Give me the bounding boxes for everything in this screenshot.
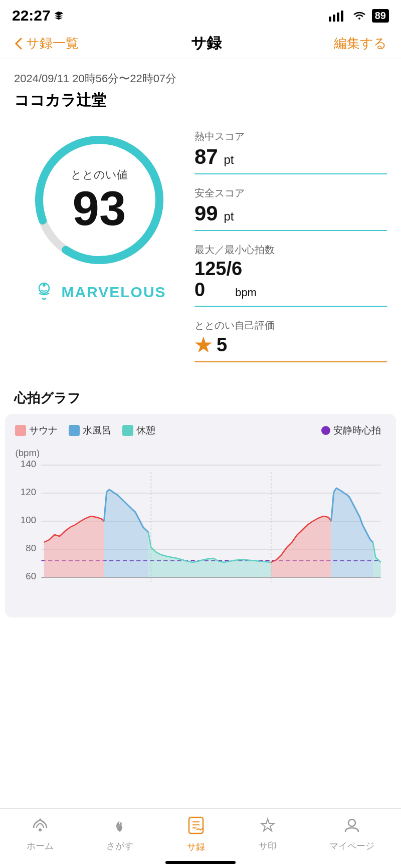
svg-text:100: 100	[21, 515, 36, 525]
self-eval-label: ととのい自己評価	[194, 319, 387, 332]
hr-max-value: 125/6	[194, 259, 387, 280]
sauna-legend-color	[15, 425, 26, 436]
graph-container: サウナ 水風呂 休憩 安静時心拍 (bpm)	[5, 414, 396, 617]
tab-bar: ホーム さがす サ録	[0, 808, 401, 868]
tab-mypage[interactable]: マイページ	[329, 817, 374, 852]
home-icon	[32, 817, 49, 838]
chart-svg: (bpm) 140 120 100 80 60	[10, 447, 386, 607]
graph-legend: サウナ 水風呂 休憩 安静時心拍	[10, 424, 386, 437]
ansei-legend-color	[321, 426, 330, 435]
status-bar: 22:27 89	[0, 0, 401, 28]
tab-home-label: ホーム	[27, 840, 54, 852]
home-indicator	[165, 861, 236, 864]
ansei-legend-label: 安静時心拍	[333, 424, 381, 437]
circle-gauge: ととのい値 93	[24, 125, 174, 275]
svg-marker-25	[261, 819, 274, 831]
nav-title: サ録	[191, 33, 222, 54]
svg-point-26	[348, 819, 355, 826]
legend-mizu: 水風呂	[69, 424, 111, 437]
battery: 89	[372, 9, 389, 23]
mypage-icon	[343, 817, 360, 838]
edit-button[interactable]: 編集する	[334, 35, 387, 52]
record-datetime: 2024/09/11 20時56分〜22時07分	[14, 71, 387, 86]
tab-home[interactable]: ホーム	[27, 817, 54, 852]
chart-area: (bpm) 140 120 100 80 60	[10, 447, 386, 607]
tab-search[interactable]: さがす	[106, 817, 133, 852]
hr-min-value: 0	[194, 280, 205, 301]
circle-value: 93	[71, 184, 128, 233]
tab-search-label: さがす	[106, 840, 133, 852]
marvelous-text: MARVELOUS	[61, 284, 166, 301]
sauna-legend-label: サウナ	[29, 424, 58, 437]
score-section: ととのい値 93 MARVELOUS 熱中スコア	[14, 125, 387, 374]
self-eval-item: ととのい自己評価 ★ 5	[194, 319, 387, 362]
salog-icon	[186, 816, 206, 839]
safe-score-value: 99 pt	[194, 202, 387, 225]
back-button[interactable]: サ録一覧	[14, 35, 79, 52]
svg-rect-0	[329, 17, 331, 22]
tab-samark[interactable]: サ印	[259, 817, 277, 852]
svg-text:80: 80	[26, 543, 36, 553]
right-scores: 熱中スコア 87 pt 安全スコア 99 pt 最大／最小心拍数 125/6	[194, 125, 387, 374]
star-icon: ★	[194, 334, 212, 356]
star-value: ★ 5	[194, 334, 387, 356]
graph-section: 心拍グラフ サウナ 水風呂 休憩 安静時心拍	[0, 389, 401, 627]
svg-text:120: 120	[21, 487, 36, 497]
legend-ansei: 安静時心拍	[321, 424, 381, 437]
mizu-legend-color	[69, 425, 80, 436]
heat-score-item: 熱中スコア 87 pt	[194, 130, 387, 174]
circle-gauge-container: ととのい値 93 MARVELOUS	[14, 125, 184, 304]
search-icon	[111, 817, 128, 838]
graph-title: 心拍グラフ	[0, 389, 401, 407]
status-time: 22:27	[12, 7, 64, 24]
svg-text:60: 60	[26, 571, 36, 581]
hr-unit: bpm	[235, 286, 257, 299]
svg-rect-1	[333, 15, 335, 22]
heat-score-label: 熱中スコア	[194, 130, 387, 143]
hr-score-label: 最大／最小心拍数	[194, 243, 387, 257]
nav-bar: サ録一覧 サ録 編集する	[0, 28, 401, 59]
svg-point-23	[39, 828, 42, 831]
legend-sauna: サウナ	[15, 424, 58, 437]
content-area: 2024/09/11 20時56分〜22時07分 ココカラ辻堂 ととのい値 93	[0, 59, 401, 374]
tab-samark-label: サ印	[259, 840, 277, 852]
status-right: 89	[329, 9, 389, 23]
tab-mypage-label: マイページ	[329, 840, 374, 852]
circle-inner: ととのい値 93	[71, 167, 128, 233]
svg-text:(bpm): (bpm)	[15, 448, 40, 458]
back-label: サ録一覧	[26, 35, 79, 52]
samark-icon	[259, 817, 276, 838]
mizu-legend-label: 水風呂	[83, 424, 111, 437]
rest-legend-color	[122, 425, 133, 436]
hr-score-item: 最大／最小心拍数 125/6 0 bpm	[194, 243, 387, 307]
circle-label: ととのい値	[71, 167, 128, 182]
record-location: ココカラ辻堂	[14, 90, 387, 111]
tab-salog[interactable]: サ録	[186, 816, 206, 853]
svg-rect-2	[337, 13, 339, 22]
legend-rest: 休憩	[122, 424, 155, 437]
rest-legend-label: 休憩	[136, 424, 155, 437]
heat-score-value: 87 pt	[194, 145, 387, 168]
safe-score-item: 安全スコア 99 pt	[194, 186, 387, 231]
svg-text:140: 140	[21, 459, 36, 469]
safe-score-label: 安全スコア	[194, 186, 387, 200]
tab-salog-label: サ録	[187, 841, 205, 853]
svg-rect-3	[341, 11, 343, 22]
